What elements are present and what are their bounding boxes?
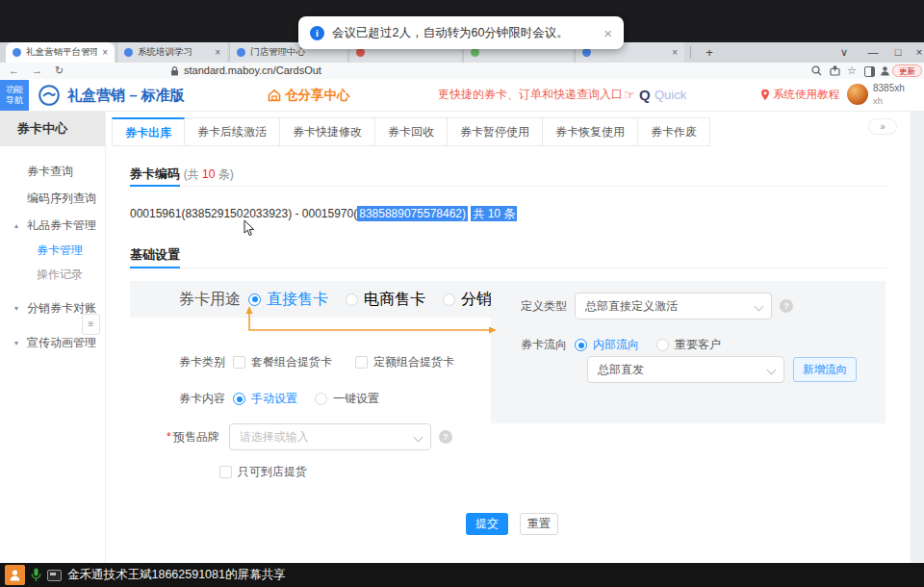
browser-tab-active[interactable]: 礼盒营销平台管理中心 ×	[6, 42, 115, 63]
codes-title-text: 券卡编码	[130, 166, 180, 181]
tab-card-recycle[interactable]: 券卡回收	[375, 117, 448, 146]
tab-card-outbound[interactable]: 券卡出库	[112, 117, 185, 146]
presale-brand-label: 预售品牌	[173, 429, 219, 446]
location-pin-icon	[760, 89, 770, 101]
section-active-underline	[130, 267, 180, 268]
tab-close-icon[interactable]: ×	[672, 47, 678, 58]
page-scroll-gutter[interactable]	[911, 112, 924, 563]
forward-icon[interactable]: →	[32, 63, 42, 79]
flow-select[interactable]: 总部直发	[587, 356, 784, 383]
radio-internal-flow[interactable]	[575, 339, 587, 351]
back-icon[interactable]: ←	[9, 63, 19, 79]
bookmark-star-icon[interactable]: ☆	[847, 64, 857, 77]
chrome-update-button[interactable]: 更新	[892, 64, 922, 77]
chevron-down-icon	[755, 302, 764, 312]
define-type-select[interactable]: 总部直接定义激活	[575, 293, 772, 319]
share-icon[interactable]	[830, 65, 840, 76]
sidebar-item-label: 券卡管理	[37, 242, 83, 259]
nav-toggle-line2: 导航	[0, 95, 29, 106]
tab-title: 门店管理中心	[250, 46, 305, 59]
sidebar-title: 券卡中心	[0, 112, 105, 146]
radio-manual-setup[interactable]	[233, 393, 245, 405]
radio-label-one-click-setup[interactable]: 一键设置	[333, 391, 379, 407]
sidebar-item-card-management[interactable]: 券卡管理	[0, 239, 105, 263]
checkbox-store-pickup-only[interactable]	[219, 466, 232, 478]
checkbox-package-combo-card[interactable]	[233, 356, 245, 369]
function-nav-toggle[interactable]: 功能 导航	[0, 80, 29, 111]
codes-section-title: 券卡编码 (共 10 条)	[130, 166, 234, 183]
sidebar-item-gift-card-management[interactable]: ▴ 礼品券卡管理	[0, 212, 105, 239]
new-tab-button[interactable]: +	[701, 44, 718, 62]
chevron-down-icon: ▾	[14, 339, 18, 347]
tab-close-icon[interactable]: ×	[102, 47, 108, 58]
tab-favicon	[237, 48, 245, 57]
codes-count: (共 10 条)	[184, 167, 234, 181]
radio-label-manual-setup[interactable]: 手动设置	[251, 391, 297, 407]
browser-tab-2[interactable]: 系统培训学习 ×	[116, 42, 227, 63]
presale-brand-select[interactable]: 请选择或输入	[229, 423, 431, 450]
sidebar-collapse-toggle[interactable]: ≡	[82, 314, 100, 335]
tab-favicon	[356, 48, 365, 57]
tab-close-icon[interactable]: ×	[215, 47, 220, 58]
screen-share-icon	[47, 570, 62, 581]
tab-favicon	[471, 48, 479, 57]
screen-share-text: 金禾通技术王斌18662591081的屏幕共享	[67, 567, 285, 583]
window-maximize-icon[interactable]: □	[887, 42, 909, 63]
microphone-icon[interactable]	[31, 568, 41, 582]
mouse-cursor	[244, 220, 255, 237]
sidebar-item-code-sequence-query[interactable]: 编码序列查询	[0, 185, 105, 212]
checkbox-label-fixed-amount[interactable]: 定额组合提货卡	[373, 354, 454, 370]
reset-button[interactable]: 重置	[520, 513, 558, 535]
tab-card-quick-edit[interactable]: 券卡快捷修改	[280, 117, 375, 146]
share-center-link[interactable]: 仓分享中心	[268, 79, 350, 111]
chevron-down-icon: ▾	[14, 304, 18, 313]
tutorial-link[interactable]: 系统使用教程	[760, 79, 839, 111]
tab-card-void[interactable]: 券卡作废	[638, 117, 710, 146]
radio-label-internal-flow[interactable]: 内部流向	[593, 337, 639, 353]
main-content: 券卡出库 券卡后续激活 券卡快捷修改 券卡回收 券卡暂停使用 券卡恢复使用 券卡…	[106, 112, 911, 563]
meeting-notification: i 会议已超过2人，自动转为60分钟限时会议。 ×	[298, 16, 624, 49]
submit-button[interactable]: 提交	[466, 513, 508, 535]
window-close-icon[interactable]: ×	[909, 42, 924, 63]
help-icon[interactable]: ?	[439, 430, 452, 444]
share-center-label: 仓分享中心	[285, 87, 350, 104]
checkbox-fixed-amount-combo-card[interactable]	[355, 356, 368, 369]
section-active-underline	[130, 185, 180, 187]
sidebar-item-label: 宣传动画管理	[27, 335, 96, 351]
reload-icon[interactable]: ↻	[55, 63, 64, 79]
sidebar-item-label: 券卡查询	[27, 164, 73, 180]
tab-card-resume[interactable]: 券卡恢复使用	[543, 117, 638, 146]
panel-expand-button[interactable]: »	[868, 118, 897, 135]
checkbox-label-package-combo[interactable]: 套餐组合提货卡	[251, 354, 332, 370]
annotation-arrow	[242, 304, 511, 339]
tab-search-icon[interactable]: ∨	[834, 42, 855, 63]
side-panel-icon[interactable]	[864, 66, 875, 77]
presale-brand-row: * 预售品牌 请选择或输入 ?	[167, 423, 452, 450]
sidebar-item-card-query[interactable]: 券卡查询	[0, 158, 105, 185]
window-minimize-icon[interactable]: —	[862, 42, 884, 63]
add-flow-button[interactable]: 新增流向	[793, 357, 857, 382]
checkbox-label-store-pickup[interactable]: 只可到店提货	[238, 464, 307, 480]
card-content-row: 券卡内容 手动设置 一键设置	[179, 391, 397, 407]
radio-label-important-customer[interactable]: 重要客户	[675, 337, 721, 353]
quick-label[interactable]: Quick	[654, 79, 686, 111]
quick-search-icon[interactable]: Q	[639, 79, 651, 111]
user-avatar[interactable]	[847, 84, 868, 105]
tab-separator	[690, 46, 691, 59]
profile-icon[interactable]	[880, 65, 890, 76]
section-divider	[130, 268, 886, 268]
notification-text: 会议已超过2人，自动转为60分钟限时会议。	[332, 25, 569, 41]
tab-card-suspend[interactable]: 券卡暂停使用	[448, 117, 543, 146]
sidebar-item-operation-log[interactable]: 操作记录	[0, 263, 105, 287]
flow-select-row: 总部直发 新增流向	[587, 356, 857, 383]
app-logo-icon	[38, 85, 60, 106]
help-icon[interactable]: ?	[780, 299, 793, 313]
card-category-row: 券卡类别 套餐组合提货卡 定额组合提货卡	[179, 354, 477, 370]
flow-value: 总部直发	[598, 362, 644, 378]
radio-important-customer[interactable]	[656, 339, 669, 351]
url-bar[interactable]: standard.maboy.cn/CardsOut	[184, 64, 321, 76]
notification-close-icon[interactable]: ×	[603, 25, 612, 41]
radio-one-click-setup[interactable]	[315, 393, 327, 405]
tab-card-later-activation[interactable]: 券卡后续激活	[185, 117, 280, 146]
zoom-icon[interactable]	[811, 65, 822, 76]
